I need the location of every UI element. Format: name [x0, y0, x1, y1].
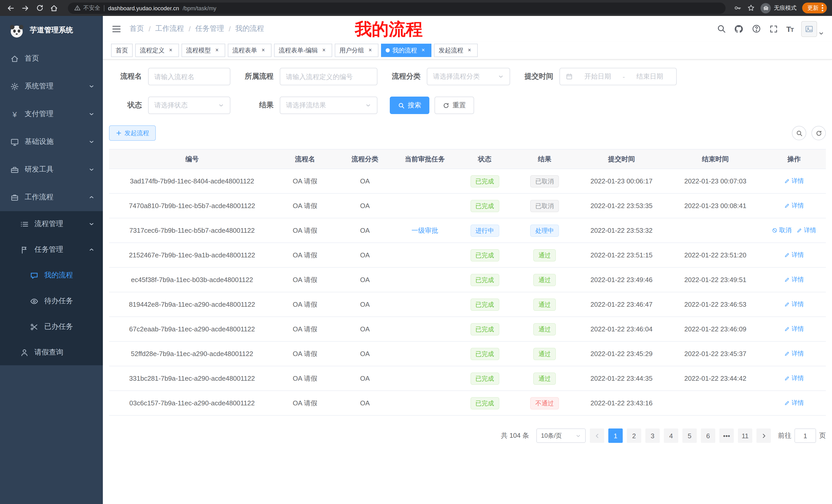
- create-process-button[interactable]: 发起流程: [109, 125, 156, 141]
- sidebar-menu: 首页系统管理¥支付管理基础设施研发工具工作流程流程管理任务管理我的流程待办任务已…: [0, 45, 103, 365]
- security-warning-label: 不安全: [83, 4, 100, 12]
- github-icon[interactable]: [734, 24, 744, 34]
- tab-首页[interactable]: 首页: [111, 44, 133, 57]
- breadcrumb: 首页/工作流程/任务管理/我的流程: [130, 24, 264, 33]
- process-name-input[interactable]: [148, 68, 230, 85]
- sidebar-item-done-task[interactable]: 已办任务: [0, 314, 103, 340]
- help-icon[interactable]: [751, 24, 761, 34]
- cell-name: OA 请假: [275, 193, 335, 218]
- page-button-11[interactable]: 11: [738, 428, 752, 443]
- row-action-detail[interactable]: 详情: [797, 226, 816, 235]
- row-action-detail[interactable]: 详情: [784, 275, 804, 284]
- tab-用户分组[interactable]: 用户分组×: [335, 44, 379, 57]
- page-button-5[interactable]: 5: [682, 428, 697, 443]
- sidebar-item-system[interactable]: 系统管理: [0, 73, 103, 100]
- row-action-detail[interactable]: 详情: [784, 374, 804, 383]
- cell-category: OA: [335, 169, 395, 193]
- close-icon[interactable]: ×: [213, 47, 220, 54]
- cell-status: 已完成: [455, 169, 515, 193]
- sidebar-item-label: 系统管理: [25, 82, 53, 91]
- cell-status: 已完成: [455, 243, 515, 268]
- security-warning[interactable]: 不安全: [74, 4, 100, 12]
- row-action-detail[interactable]: 详情: [784, 177, 804, 186]
- font-size-icon[interactable]: TT: [786, 24, 794, 33]
- sidebar-toggle-icon[interactable]: [111, 24, 121, 34]
- goto-page-input[interactable]: [795, 428, 816, 443]
- browser-menu-icon[interactable]: [822, 5, 823, 11]
- cell-end-time: 2022-01-22 23:45:37: [669, 341, 762, 366]
- prev-page-button[interactable]: [590, 428, 604, 443]
- close-icon[interactable]: ×: [466, 47, 473, 54]
- row-action-cancel[interactable]: 取消: [772, 226, 791, 235]
- close-icon[interactable]: ×: [167, 47, 174, 54]
- browser-forward-icon[interactable]: [20, 2, 31, 13]
- status-select[interactable]: 请选择状态: [148, 96, 230, 114]
- page-button-1[interactable]: 1: [608, 428, 623, 443]
- close-icon[interactable]: ×: [320, 47, 328, 54]
- sidebar-item-home[interactable]: 首页: [0, 45, 103, 73]
- search-button[interactable]: 搜索: [390, 96, 430, 114]
- tab-我的流程[interactable]: 我的流程×: [381, 44, 432, 57]
- sidebar-item-my-process[interactable]: 我的流程: [0, 262, 103, 288]
- user-menu[interactable]: [801, 21, 824, 37]
- next-page-button[interactable]: [756, 428, 771, 443]
- page-size-select[interactable]: 10条/页: [536, 428, 586, 443]
- app-logo-row[interactable]: 芋道管理系统: [0, 16, 103, 45]
- address-bar[interactable]: 不安全 dashboard.yudao.iocoder.cn/bpm/task/…: [68, 2, 726, 13]
- close-icon[interactable]: ×: [260, 47, 267, 54]
- browser-update-button[interactable]: 更新: [802, 3, 827, 13]
- tab-流程定义[interactable]: 流程定义×: [135, 44, 179, 57]
- reset-button[interactable]: 重置: [435, 96, 474, 114]
- search-icon[interactable]: [716, 24, 726, 34]
- bookmark-star-icon[interactable]: [747, 4, 755, 12]
- breadcrumb-item[interactable]: 工作流程: [155, 24, 184, 33]
- sidebar-item-leave-query[interactable]: 请假查询: [0, 340, 103, 365]
- tab-流程模型[interactable]: 流程模型×: [182, 44, 225, 57]
- password-key-icon[interactable]: [734, 4, 742, 12]
- tab-流程表单-编辑[interactable]: 流程表单-编辑×: [274, 44, 332, 57]
- sidebar-item-task-mgmt[interactable]: 任务管理: [0, 237, 103, 262]
- sidebar-item-devtools[interactable]: 研发工具: [0, 156, 103, 184]
- row-action-detail[interactable]: 详情: [784, 325, 804, 333]
- fullscreen-icon[interactable]: [769, 24, 779, 34]
- row-action-detail[interactable]: 详情: [784, 251, 804, 259]
- browser-back-icon[interactable]: [5, 2, 17, 13]
- range-separator: -: [623, 73, 625, 80]
- close-icon[interactable]: ×: [367, 47, 374, 54]
- sidebar-item-payment[interactable]: ¥支付管理: [0, 100, 103, 128]
- page-button-6[interactable]: 6: [701, 428, 715, 443]
- process-def-input[interactable]: [280, 68, 378, 85]
- close-icon[interactable]: ×: [420, 47, 427, 54]
- refresh-table-button[interactable]: [811, 126, 826, 140]
- sidebar-item-infrastructure[interactable]: 基础设施: [0, 128, 103, 156]
- row-action-detail[interactable]: 详情: [784, 201, 804, 210]
- page-button-3[interactable]: 3: [645, 428, 660, 443]
- sidebar-item-todo-task[interactable]: 待办任务: [0, 288, 103, 314]
- tab-流程表单[interactable]: 流程表单×: [228, 44, 271, 57]
- breadcrumb-item[interactable]: 我的流程: [235, 24, 264, 33]
- result-select[interactable]: 请选择流结果: [280, 96, 378, 114]
- cell-submit-time: 2022-01-22 23:49:46: [575, 268, 669, 292]
- app-logo: [9, 22, 25, 38]
- tags-view: 首页流程定义×流程模型×流程表单×流程表单-编辑×用户分组×我的流程×发起流程×: [103, 41, 832, 60]
- row-action-detail[interactable]: 详情: [784, 399, 804, 408]
- process-category-select[interactable]: 请选择流程分类: [427, 68, 510, 85]
- row-action-detail[interactable]: 详情: [784, 349, 804, 358]
- page-button-2[interactable]: 2: [627, 428, 641, 443]
- toggle-search-button[interactable]: [792, 126, 806, 140]
- breadcrumb-item[interactable]: 首页: [130, 24, 144, 33]
- page-ellipsis[interactable]: •••: [719, 428, 734, 443]
- browser-home-icon[interactable]: [48, 2, 60, 13]
- sidebar-item-workflow[interactable]: 工作流程: [0, 184, 103, 211]
- tab-发起流程[interactable]: 发起流程×: [434, 44, 478, 57]
- page-button-4[interactable]: 4: [664, 428, 678, 443]
- breadcrumb-item[interactable]: 任务管理: [196, 24, 224, 33]
- sidebar-item-process-mgmt[interactable]: 流程管理: [0, 211, 103, 237]
- cell-result: 通过: [515, 366, 575, 391]
- result-badge: 通过: [533, 249, 556, 261]
- row-action-detail[interactable]: 详情: [784, 300, 804, 309]
- browser-reload-icon[interactable]: [34, 2, 45, 13]
- cell-actions: 详情: [762, 341, 826, 366]
- submit-time-range[interactable]: 开始日期 - 结束日期: [560, 68, 677, 85]
- task-link[interactable]: 一级审批: [411, 226, 438, 234]
